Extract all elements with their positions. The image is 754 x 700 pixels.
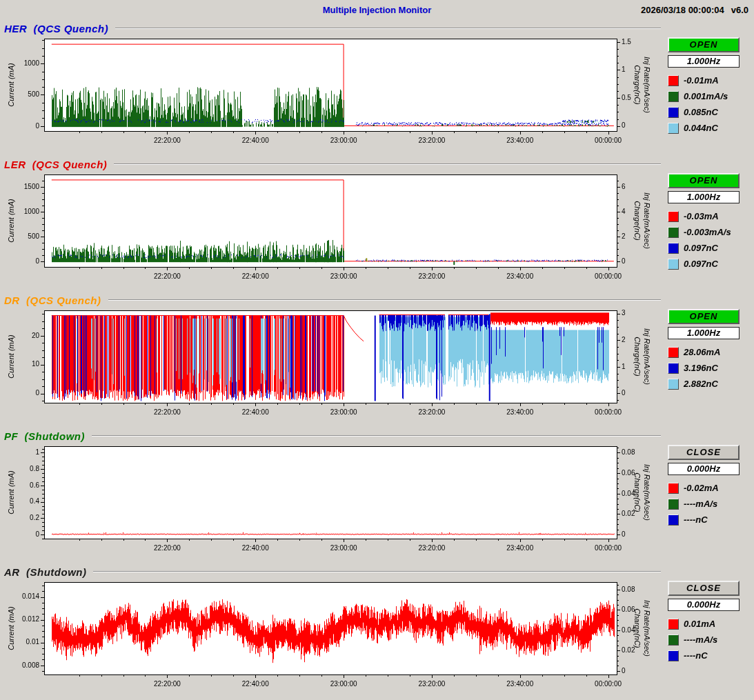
clock-area: 2026/03/18 00:00:04v6.0 — [634, 5, 748, 15]
title-rule — [114, 163, 661, 165]
panel-ler: LER (QCS Quench) OPEN 1.000Hz -0.03mA -0… — [0, 157, 754, 292]
dr-rate-readout: 1.000Hz — [668, 327, 740, 339]
ler-status-column: OPEN 1.000Hz -0.03mA -0.003mA/s 0.097nC … — [659, 172, 750, 289]
pf-status-column: CLOSE 0.000Hz -0.02mA ----mA/s ----nC — [659, 443, 750, 561]
ar-status-column: CLOSE 0.000Hz 0.01mA ----mA/s ----nC — [659, 579, 750, 697]
her-status-column: OPEN 1.000Hz -0.01mA 0.001mA/s 0.085nC 0… — [659, 36, 750, 153]
legend-row: ----mA/s — [668, 497, 750, 510]
legend-value: -0.02mA — [684, 483, 719, 493]
ler-gate-indicator: OPEN — [668, 173, 740, 188]
green-swatch-icon — [668, 634, 679, 646]
green-swatch-icon — [668, 227, 679, 238]
legend-value: ----nC — [684, 650, 708, 661]
panel-dr: DR (QCS Quench) OPEN 1.000Hz 28.06mA 3.1… — [0, 292, 754, 428]
legend-row: 0.01mA — [668, 617, 750, 630]
legend-value: 28.06mA — [684, 347, 720, 357]
blue-swatch-icon — [668, 650, 679, 661]
red-swatch-icon — [668, 211, 679, 222]
legend-value: 0.01mA — [684, 619, 715, 629]
legend-value: 0.097nC — [684, 243, 718, 253]
ar-chart-canvas — [4, 579, 659, 697]
legend-row: 0.097nC — [668, 257, 750, 270]
pf-gate-indicator: CLOSE — [668, 445, 740, 460]
pf-chart-canvas — [4, 443, 659, 561]
ar-title-bar: AR (Shutdown) — [4, 564, 661, 579]
her-rate-readout: 1.000Hz — [668, 55, 740, 68]
legend-value: 3.196nC — [684, 363, 718, 373]
ar-legend-values: 0.01mA ----mA/s ----nC — [668, 617, 750, 662]
legend-value: ----nC — [684, 514, 708, 525]
ler-title: LER (QCS Quench) — [4, 159, 107, 170]
lightblue-swatch-icon — [668, 123, 679, 134]
title-rule — [108, 299, 661, 301]
legend-row: -0.02mA — [668, 481, 750, 494]
ar-rate-readout: 0.000Hz — [668, 599, 740, 611]
ar-title: AR (Shutdown) — [4, 566, 86, 578]
red-swatch-icon — [668, 75, 679, 86]
legend-row: -0.01mA — [668, 74, 750, 87]
legend-value: ----mA/s — [684, 634, 717, 645]
red-swatch-icon — [668, 347, 679, 358]
legend-row: 0.085nC — [668, 106, 750, 119]
datetime-label: 2026/03/18 00:00:04 — [641, 5, 724, 15]
legend-row: 28.06mA — [668, 346, 750, 359]
legend-row: 0.097nC — [668, 241, 750, 254]
pf-legend-values: -0.02mA ----mA/s ----nC — [668, 481, 750, 526]
pf-title-bar: PF (Shutdown) — [4, 428, 661, 443]
legend-value: 0.044nC — [684, 123, 718, 133]
blue-swatch-icon — [668, 107, 679, 118]
title-rule — [93, 571, 661, 572]
her-title-bar: HER (QCS Quench) — [4, 21, 661, 36]
her-chart-canvas — [4, 36, 659, 153]
dr-title: DR (QCS Quench) — [4, 294, 101, 306]
panel-her: HER (QCS Quench) OPEN 1.000Hz -0.01mA 0.… — [0, 21, 754, 157]
legend-row: 0.001mA/s — [668, 90, 750, 103]
blue-swatch-icon — [668, 243, 679, 254]
legend-value: 0.085nC — [684, 107, 718, 117]
legend-value: 0.001mA/s — [684, 91, 728, 101]
legend-row: -0.03mA — [668, 210, 750, 223]
legend-value: 2.882nC — [684, 379, 718, 389]
title-rule — [115, 28, 661, 29]
dr-chart-canvas — [4, 308, 659, 425]
version-label: v6.0 — [731, 5, 748, 15]
legend-row: 2.882nC — [668, 377, 750, 390]
her-gate-indicator: OPEN — [668, 37, 740, 52]
pf-rate-readout: 0.000Hz — [668, 463, 740, 475]
legend-row: ----nC — [668, 513, 750, 526]
blue-swatch-icon — [668, 514, 679, 526]
dr-status-column: OPEN 1.000Hz 28.06mA 3.196nC 2.882nC — [659, 308, 750, 425]
legend-row: -0.003mA/s — [668, 226, 750, 239]
ler-legend-values: -0.03mA -0.003mA/s 0.097nC 0.097nC — [668, 210, 750, 270]
dr-title-bar: DR (QCS Quench) — [4, 292, 661, 308]
blue-swatch-icon — [668, 363, 679, 374]
ar-gate-indicator: CLOSE — [668, 581, 740, 596]
ler-title-bar: LER (QCS Quench) — [4, 157, 661, 172]
legend-value: -0.01mA — [684, 75, 719, 86]
her-legend-values: -0.01mA 0.001mA/s 0.085nC 0.044nC — [668, 74, 750, 134]
header-bar: Multiple Injection Monitor 2026/03/18 00… — [0, 0, 754, 21]
legend-value: -0.003mA/s — [684, 227, 731, 237]
panel-pf: PF (Shutdown) CLOSE 0.000Hz -0.02mA ----… — [0, 428, 754, 564]
legend-value: -0.03mA — [684, 211, 719, 221]
green-swatch-icon — [668, 91, 679, 102]
dr-gate-indicator: OPEN — [668, 309, 740, 324]
ler-chart-canvas — [4, 172, 659, 289]
dr-legend-values: 28.06mA 3.196nC 2.882nC — [668, 346, 750, 390]
red-swatch-icon — [668, 619, 679, 630]
green-swatch-icon — [668, 499, 679, 510]
legend-row: 0.044nC — [668, 121, 750, 134]
legend-row: 3.196nC — [668, 361, 750, 374]
legend-value: 0.097nC — [684, 259, 718, 269]
lightblue-swatch-icon — [668, 379, 679, 390]
red-swatch-icon — [668, 483, 679, 494]
her-title: HER (QCS Quench) — [4, 23, 108, 34]
legend-row: ----mA/s — [668, 633, 750, 646]
pf-title: PF (Shutdown) — [4, 430, 85, 442]
legend-row: ----nC — [668, 649, 750, 662]
panel-ar: AR (Shutdown) CLOSE 0.000Hz 0.01mA ----m… — [0, 564, 754, 700]
lightblue-swatch-icon — [668, 259, 679, 270]
title-rule — [92, 435, 661, 437]
legend-value: ----mA/s — [684, 499, 717, 509]
ler-rate-readout: 1.000Hz — [668, 191, 740, 203]
